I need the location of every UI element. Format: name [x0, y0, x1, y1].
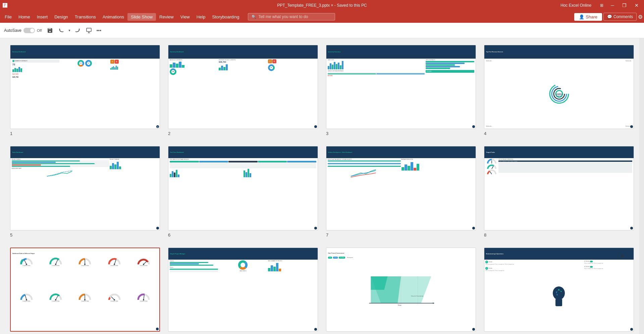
slide-item-2: Summary Dashboard AMOUNT OF CONTRACTS — [168, 45, 318, 136]
window-controls: Hoc Excel Online ⊞ ─ ❐ ✕ — [560, 2, 641, 9]
menu-slideshow[interactable]: Slide Show — [127, 13, 156, 21]
slide-thumbnail-10[interactable]: Simple Project Manager Timelines Reports — [168, 248, 318, 332]
app-name: Hoc Excel Online — [560, 3, 591, 8]
undo-dropdown[interactable]: ▼ — [68, 29, 71, 32]
slide-item-7: Software Development – Defect Dashboard … — [326, 146, 476, 237]
app-icon: 🅿 — [3, 3, 7, 8]
slide-thumbnail-2[interactable]: Summary Dashboard AMOUNT OF CONTRACTS — [168, 45, 318, 129]
slide-number-3: 3 — [326, 131, 476, 136]
slide-thumbnail-12[interactable]: Brainstorming & Questions 01 Edit title … — [484, 248, 634, 332]
slide-thumbnail-1[interactable]: Summary Dashboard NUMBER OF CONTRACTS 73 — [10, 45, 160, 129]
window-icon-btn[interactable]: ⊞ — [598, 2, 605, 8]
slide-number-6: 6 — [168, 232, 318, 238]
slide-thumbnail-4[interactable]: Top Five Revenue Sources SAMPLE HEADI — [484, 45, 634, 129]
slide-item-10: Simple Project Manager Timelines Reports — [168, 248, 318, 334]
svg-line-11 — [490, 172, 492, 174]
toggle-knob — [30, 28, 34, 32]
svg-marker-38 — [433, 303, 435, 304]
title-bar: 🅿 PPT_Template_FREE_3.pptx × - Saved to … — [0, 0, 644, 11]
svg-line-22 — [25, 295, 26, 300]
svg-rect-0 — [87, 28, 91, 31]
menu-storyboarding[interactable]: Storyboarding — [209, 13, 243, 21]
slide-item-5: Tasks Dashboard PROJECT STATUS — [10, 146, 160, 237]
slide-thumbnail-5[interactable]: Tasks Dashboard PROJECT STATUS — [10, 146, 160, 230]
redo-button[interactable] — [73, 26, 82, 35]
slide-item-1: Summary Dashboard NUMBER OF CONTRACTS 73 — [10, 45, 160, 136]
svg-line-12 — [24, 260, 26, 264]
svg-text:Time: Time — [398, 304, 401, 306]
comments-icon: 💬 — [607, 14, 612, 19]
slide-item-8: Triaged Tasks — [484, 146, 634, 237]
save-button[interactable] — [45, 26, 55, 35]
svg-line-30 — [144, 295, 144, 300]
autosave-toggle[interactable] — [23, 28, 35, 33]
slide-item-3: Quarterly Summary CASH FLOW — [326, 45, 476, 136]
share-button[interactable]: 👤 Share — [574, 13, 602, 21]
slide-item-9: Additional Dials at Different Stages — [10, 248, 160, 334]
document-title: PPT_Template_FREE_3.pptx × - Saved to th… — [277, 3, 367, 8]
close-button[interactable]: ✕ — [632, 2, 641, 9]
account-icon[interactable]: ⚙ — [638, 14, 643, 20]
share-icon: 👤 — [579, 14, 584, 19]
slide-thumbnail-6[interactable]: Test Case Dashboard TEST CASES BY SOFTWA… — [168, 146, 318, 230]
svg-text:Cloud of Uncertainty: Cloud of Uncertainty — [411, 295, 423, 297]
search-box[interactable]: 🔍 — [248, 13, 335, 20]
comments-button[interactable]: 💬 Comments — [603, 13, 637, 21]
menu-review[interactable]: Review — [156, 13, 177, 21]
autosave-label: AutoSave — [4, 28, 21, 33]
autosave-state: Off — [37, 28, 42, 32]
slide-number-8: 8 — [484, 232, 634, 238]
slide-item-11: User Funnel Conversions 2-3x 2-3.5x 1.5-… — [326, 248, 476, 334]
slide-thumbnail-7[interactable]: Software Development – Defect Dashboard … — [326, 146, 476, 230]
menu-file[interactable]: File — [1, 13, 15, 21]
slide-thumbnail-3[interactable]: Quarterly Summary CASH FLOW — [326, 45, 476, 129]
slide-item-4: Top Five Revenue Sources SAMPLE HEADI — [484, 45, 634, 136]
search-icon: 🔍 — [252, 15, 256, 19]
toolbar: AutoSave Off ▼ ••• — [0, 23, 644, 38]
scroll-bar[interactable] — [639, 38, 644, 334]
menu-help[interactable]: Help — [193, 13, 209, 21]
menu-bar: File Home Insert Design Transitions Anim… — [0, 11, 644, 23]
undo-button[interactable] — [57, 26, 66, 35]
svg-line-24 — [56, 295, 58, 300]
minimize-button[interactable]: ─ — [608, 2, 617, 9]
slide-thumbnail-8[interactable]: Triaged Tasks — [484, 146, 634, 230]
svg-line-18 — [114, 260, 116, 264]
slide-item-6: Test Case Dashboard TEST CASES BY SOFTWA… — [168, 146, 318, 237]
slide-thumbnail-9[interactable]: Additional Dials at Different Stages — [10, 248, 160, 332]
autosave-group: AutoSave Off — [4, 28, 42, 33]
slide-number-4: 4 — [484, 131, 634, 136]
main-content: Summary Dashboard NUMBER OF CONTRACTS 73 — [0, 38, 644, 334]
menu-home[interactable]: Home — [15, 13, 34, 21]
menu-view[interactable]: View — [177, 13, 193, 21]
svg-point-41 — [553, 286, 565, 300]
menu-insert[interactable]: Insert — [34, 13, 51, 21]
present-button[interactable] — [84, 26, 94, 35]
menu-design[interactable]: Design — [51, 13, 71, 21]
slide-thumbnail-11[interactable]: User Funnel Conversions 2-3x 2-3.5x 1.5-… — [326, 248, 476, 332]
slide-number-5: 5 — [10, 232, 160, 238]
slides-grid: Summary Dashboard NUMBER OF CONTRACTS 73 — [10, 45, 634, 334]
menu-right-actions: 👤 Share 💬 Comments ⚙ — [574, 13, 643, 21]
svg-line-14 — [56, 260, 58, 264]
slide-number-1: 1 — [10, 131, 160, 136]
svg-text:HEADING: HEADING — [556, 95, 562, 97]
restore-button[interactable]: ❐ — [620, 2, 629, 9]
menu-transitions[interactable]: Transitions — [71, 13, 99, 21]
slide-number-2: 2 — [168, 131, 318, 136]
search-input[interactable] — [258, 14, 331, 19]
slide-item-12: Brainstorming & Questions 01 Edit title … — [484, 248, 634, 334]
svg-rect-42 — [555, 299, 562, 306]
svg-line-10 — [492, 166, 493, 169]
menu-animations[interactable]: Animations — [99, 13, 127, 21]
toolbar-more[interactable]: ••• — [96, 28, 101, 33]
slide-number-7: 7 — [326, 232, 476, 238]
